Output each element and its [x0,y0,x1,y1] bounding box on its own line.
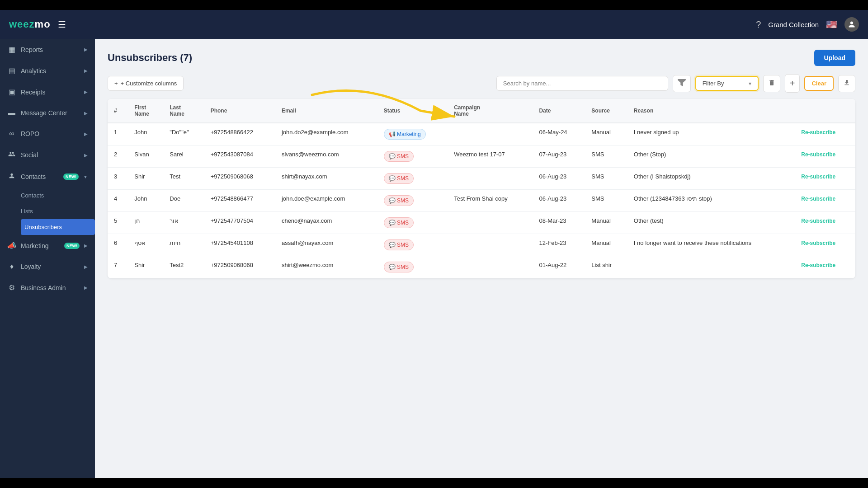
table-row: 5 חן אור +972547707504 cheno@nayax.com 💬… [108,212,855,234]
cell-status: 💬 SMS [377,256,448,278]
table-header-row: # FirstName LastName Phone Email Status … [108,99,855,123]
cell-source: SMS [585,145,627,168]
customize-columns-button[interactable]: + + Customize columns [108,76,184,91]
contacts-arrow: ▼ [83,174,88,179]
loyalty-icon: ♦ [7,263,16,271]
cell-status: 💬 SMS [377,145,448,168]
social-arrow: ▶ [84,153,88,158]
resubscribe-link[interactable]: Re-subscribe [801,196,835,202]
cell-source: SMS [585,190,627,212]
sidebar-subitem-lists[interactable]: Lists [21,203,95,219]
sidebar-item-business-admin[interactable]: ⚙ Business Admin ▶ [0,277,95,298]
cell-campaign: Weezmo test 17-07 [448,145,533,168]
cell-last-name: Test2 [163,256,204,278]
sidebar-item-loyalty[interactable]: ♦ Loyalty ▶ [0,256,95,277]
cell-email: john.doe@example.com [275,190,377,212]
cell-last-name: Sarel [163,145,204,168]
cell-num: 2 [108,145,128,168]
cell-first-name: Shir [128,168,163,190]
table-row: 2 Sivan Sarel +972543087084 sivans@weezm… [108,145,855,168]
sidebar-subitem-unsubscribers[interactable]: Unsubscribers [21,219,95,235]
cell-action[interactable]: Re-subscribe [795,234,855,256]
delete-icon-button[interactable] [763,75,780,92]
cell-action[interactable]: Re-subscribe [795,145,855,168]
cell-first-name: John [128,190,163,212]
cell-phone: +972548866477 [204,190,275,212]
main-content: Unsubscribers (7) Upload + + Customize c… [95,39,868,478]
top-black-bar [0,0,868,10]
cell-status: 💬 SMS [377,168,448,190]
col-campaign: CampaignName [448,99,533,123]
sidebar-item-message-center[interactable]: ▬ Message Center ▶ [0,103,95,123]
cell-campaign [448,212,533,234]
unsubscribers-table: # FirstName LastName Phone Email Status … [108,99,855,278]
sidebar-item-contacts[interactable]: Contacts NEW! ▼ [0,166,95,188]
cell-date: 06-May-24 [533,123,585,145]
cell-email: john.do2e@example.com [275,123,377,145]
resubscribe-link[interactable]: Re-subscribe [801,218,835,224]
resubscribe-link[interactable]: Re-subscribe [801,240,835,246]
analytics-icon: ▤ [7,66,16,75]
business-admin-icon: ⚙ [7,283,16,292]
upload-button[interactable]: Upload [814,50,855,66]
table-header: # FirstName LastName Phone Email Status … [108,99,855,123]
cell-date: 12-Feb-23 [533,234,585,256]
cell-num: 7 [108,256,128,278]
sidebar-item-ropo[interactable]: ∞ ROPO ▶ [0,123,95,144]
sidebar-item-receipts[interactable]: ▣ Receipts ▶ [0,81,95,103]
sidebar-item-social[interactable]: Social ▶ [0,144,95,166]
cell-num: 3 [108,168,128,190]
cell-status: 💬 SMS [377,234,448,256]
cell-action[interactable]: Re-subscribe [795,256,855,278]
resubscribe-link[interactable]: Re-subscribe [801,174,835,180]
cell-email: shirt@nayax.com [275,168,377,190]
search-input[interactable] [496,76,668,91]
filter-by-dropdown[interactable]: Filter By ▾ [695,76,759,91]
cell-reason: Other (תיסו 1234847363 stop) [627,190,795,212]
hamburger-icon[interactable]: ☰ [58,19,66,30]
resubscribe-link[interactable]: Re-subscribe [801,262,835,268]
cell-reason: I never signed up [627,123,795,145]
cell-last-name: אור [163,212,204,234]
help-icon[interactable]: ? [756,19,761,30]
sidebar-subitem-contacts[interactable]: Contacts [21,188,95,203]
cell-num: 6 [108,234,128,256]
sidebar-item-analytics[interactable]: ▤ Analytics ▶ [0,60,95,81]
cell-phone: +972509068068 [204,168,275,190]
sidebar-item-label: Social [21,151,80,159]
resubscribe-link[interactable]: Re-subscribe [801,151,835,158]
filter-icon-button[interactable] [673,75,691,92]
col-reason: Reason [627,99,795,123]
sidebar-item-marketing[interactable]: 📣 Marketing NEW! ▶ [0,235,95,256]
marketing-icon: 📣 [7,241,16,250]
cell-status: 💬 SMS [377,212,448,234]
col-status: Status [377,99,448,123]
cell-date: 07-Aug-23 [533,145,585,168]
cell-source: SMS [585,168,627,190]
analytics-arrow: ▶ [84,68,88,73]
user-avatar[interactable] [844,17,859,32]
col-last-name: LastName [163,99,204,123]
message-center-icon: ▬ [7,109,16,117]
resubscribe-link[interactable]: Re-subscribe [801,129,835,136]
customize-label: + Customize columns [121,80,177,87]
cell-campaign [448,123,533,145]
cell-action[interactable]: Re-subscribe [795,123,855,145]
table-toolbar: + + Customize columns Filter By ▾ + Clea… [108,74,855,93]
cell-phone: +972509068068 [204,256,275,278]
cell-action[interactable]: Re-subscribe [795,168,855,190]
clear-button[interactable]: Clear [804,76,834,91]
col-date: Date [533,99,585,123]
sidebar-item-reports[interactable]: ▦ Reports ▶ [0,39,95,60]
sidebar-item-label: Reports [21,46,80,53]
cell-email: cheno@nayax.com [275,212,377,234]
download-icon-button[interactable] [838,75,855,92]
logo: weezmo [9,19,51,30]
cell-action[interactable]: Re-subscribe [795,190,855,212]
cell-action[interactable]: Re-subscribe [795,212,855,234]
add-icon-button[interactable]: + [785,74,800,93]
cell-source: Manual [585,123,627,145]
business-admin-arrow: ▶ [84,285,88,290]
cell-num: 5 [108,212,128,234]
ropo-icon: ∞ [7,130,16,138]
